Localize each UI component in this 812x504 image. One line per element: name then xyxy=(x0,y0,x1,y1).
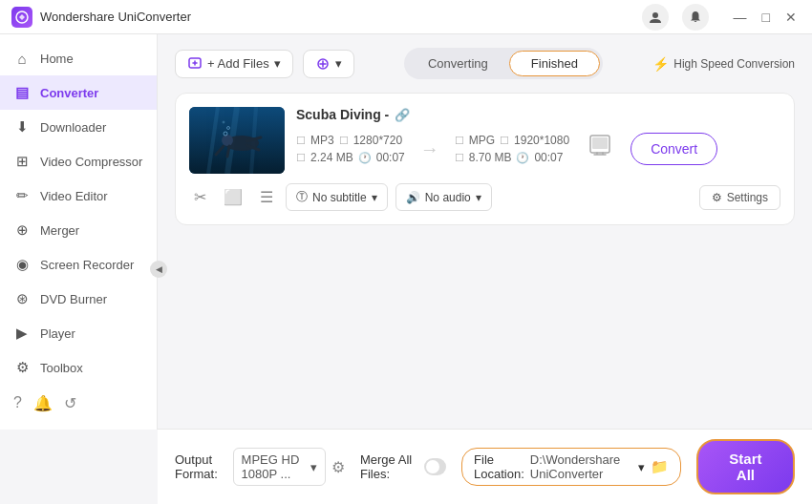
target-size: 8.70 MB xyxy=(469,151,512,164)
tab-finished[interactable]: Finished xyxy=(509,51,600,76)
source-format: MP3 xyxy=(310,134,334,147)
audio-dropdown[interactable]: 🔊 No audio ▾ xyxy=(395,183,492,211)
lightning-icon: ⚡ xyxy=(652,56,669,72)
merge-files-section: Merge All Files: xyxy=(360,452,446,481)
maximize-button[interactable]: □ xyxy=(759,8,774,27)
sidebar-label-editor: Video Editor xyxy=(40,189,108,203)
size-icon: ☐ xyxy=(296,152,306,164)
convert-button[interactable]: Convert xyxy=(630,133,717,165)
dropdown-group: Ⓣ No subtitle ▾ 🔊 No audio ▾ xyxy=(286,183,692,211)
sidebar-item-player[interactable]: ▶ Player xyxy=(0,316,157,350)
edit-link-icon[interactable]: 🔗 xyxy=(395,108,410,122)
svg-point-1 xyxy=(652,12,658,18)
sidebar: ⌂ Home ▤ Converter ⬇ Downloader ⊞ Video … xyxy=(0,34,158,430)
settings-label: Settings xyxy=(727,191,768,204)
source-format-row: ☐ MP3 ☐ 1280*720 xyxy=(296,134,405,147)
subtitle-label: No subtitle xyxy=(312,191,367,204)
bell-icon[interactable] xyxy=(682,4,709,31)
merger-icon: ⊕ xyxy=(13,221,31,239)
sidebar-item-home[interactable]: ⌂ Home xyxy=(0,42,157,75)
target-size-icon: ☐ xyxy=(455,152,464,164)
close-button[interactable]: ✕ xyxy=(781,8,801,27)
resolution-icon: ☐ xyxy=(339,135,349,147)
target-resolution: 1920*1080 xyxy=(514,134,569,147)
sidebar-label-merger: Merger xyxy=(40,223,79,238)
file-thumbnail xyxy=(189,107,285,174)
compressor-icon: ⊞ xyxy=(13,153,31,170)
sidebar-footer: ? 🔔 ↺ xyxy=(0,385,157,422)
sidebar-label-compressor: Video Compressor xyxy=(40,155,142,169)
sidebar-label-dvd: DVD Burner xyxy=(40,292,107,306)
bottom-bar: Output Format: MPEG HD 1080P ... ▾ ⚙ Mer… xyxy=(158,429,812,504)
dvd-icon: ⊛ xyxy=(13,290,31,307)
sidebar-item-dvd-burner[interactable]: ⊛ DVD Burner xyxy=(0,282,157,316)
file-actions: ✂ ⬜ ☰ Ⓣ No subtitle ▾ 🔊 No audio ▾ xyxy=(189,183,780,211)
source-size: 2.24 MB xyxy=(310,151,353,164)
sidebar-item-merger[interactable]: ⊕ Merger xyxy=(0,213,157,247)
output-format-section: Output Format: MPEG HD 1080P ... ▾ ⚙ xyxy=(175,448,345,486)
format-chevron: ▾ xyxy=(310,460,317,474)
sidebar-label-recorder: Screen Recorder xyxy=(40,258,134,272)
subtitle-dropdown[interactable]: Ⓣ No subtitle ▾ xyxy=(286,183,388,211)
output-format-select[interactable]: MPEG HD 1080P ... ▾ xyxy=(233,448,326,486)
sidebar-label-player: Player xyxy=(40,326,75,341)
title-bar-controls: — □ ✕ xyxy=(642,4,801,31)
source-resolution: 1280*720 xyxy=(353,134,402,147)
start-all-button[interactable]: Start All xyxy=(696,439,795,494)
target-specs: ☐ MPG ☐ 1920*1080 ☐ 8.70 MB 🕐 00:07 xyxy=(455,134,569,164)
add-files-button[interactable]: + Add Files ▾ xyxy=(175,50,293,78)
add-screen-button[interactable]: ▾ xyxy=(303,50,354,78)
duration-icon: 🕐 xyxy=(358,152,372,164)
notification-icon[interactable]: 🔔 xyxy=(33,394,53,412)
svg-point-6 xyxy=(222,135,233,146)
file-area: Scuba Diving - 🔗 ☐ MP3 ☐ 1280*720 xyxy=(158,93,812,429)
target-size-row: ☐ 8.70 MB 🕐 00:07 xyxy=(455,151,569,164)
recorder-icon: ◉ xyxy=(13,256,31,273)
window-controls: — □ ✕ xyxy=(730,8,801,27)
source-size-row: ☐ 2.24 MB 🕐 00:07 xyxy=(296,151,405,164)
sidebar-label-downloader: Downloader xyxy=(40,120,106,135)
audio-label: No audio xyxy=(425,191,471,204)
sidebar-label-toolbox: Toolbox xyxy=(40,361,83,375)
user-icon[interactable] xyxy=(642,4,669,31)
help-icon[interactable]: ? xyxy=(13,394,22,412)
add-files-label: + Add Files xyxy=(207,56,269,71)
sidebar-item-toolbox[interactable]: ⚙ Toolbox xyxy=(0,350,157,385)
source-specs: ☐ MP3 ☐ 1280*720 ☐ 2.24 MB 🕐 00:07 xyxy=(296,134,405,164)
device-icon-area xyxy=(577,132,623,166)
high-speed-conversion-button[interactable]: ⚡ High Speed Conversion xyxy=(652,56,795,72)
copy-icon[interactable]: ⬜ xyxy=(219,185,247,209)
sidebar-item-video-compressor[interactable]: ⊞ Video Compressor xyxy=(0,144,157,178)
file-card: Scuba Diving - 🔗 ☐ MP3 ☐ 1280*720 xyxy=(175,93,795,225)
format-icon: ☐ xyxy=(296,135,306,147)
refresh-icon[interactable]: ↺ xyxy=(64,394,76,412)
file-specs: ☐ MP3 ☐ 1280*720 ☐ 2.24 MB 🕐 00:07 xyxy=(296,132,780,166)
menu-icon[interactable]: ☰ xyxy=(255,185,278,209)
sidebar-item-converter[interactable]: ▤ Converter xyxy=(0,75,157,110)
audio-chevron: ▾ xyxy=(476,191,481,204)
subtitle-chevron: ▾ xyxy=(372,191,377,204)
sidebar-collapse-button[interactable]: ◀ xyxy=(150,261,167,278)
minimize-button[interactable]: — xyxy=(730,8,751,27)
format-settings-icon[interactable]: ⚙ xyxy=(331,458,345,476)
target-resolution-icon: ☐ xyxy=(500,135,509,147)
title-bar: Wondershare UniConverter — □ ✕ xyxy=(0,0,812,34)
app-logo xyxy=(11,7,32,28)
target-duration: 00:07 xyxy=(534,151,563,164)
sidebar-item-video-editor[interactable]: ✏ Video Editor xyxy=(0,178,157,213)
merge-files-label: Merge All Files: xyxy=(360,452,417,481)
merge-toggle[interactable] xyxy=(424,458,446,475)
sidebar-wrapper: ⌂ Home ▤ Converter ⬇ Downloader ⊞ Video … xyxy=(0,34,158,504)
sidebar-item-downloader[interactable]: ⬇ Downloader xyxy=(0,110,157,144)
editor-icon: ✏ xyxy=(13,187,31,204)
folder-icon[interactable]: 📁 xyxy=(651,458,669,475)
settings-button[interactable]: ⚙ Settings xyxy=(699,185,780,210)
subtitle-icon: Ⓣ xyxy=(296,189,308,205)
file-title: Scuba Diving - xyxy=(296,107,389,122)
tab-converting[interactable]: Converting xyxy=(407,51,509,76)
file-info: Scuba Diving - 🔗 ☐ MP3 ☐ 1280*720 xyxy=(296,107,780,166)
home-icon: ⌂ xyxy=(13,51,31,67)
sidebar-item-screen-recorder[interactable]: ◉ Screen Recorder xyxy=(0,247,157,282)
cut-icon[interactable]: ✂ xyxy=(189,185,211,209)
target-format-row: ☐ MPG ☐ 1920*1080 xyxy=(455,134,569,147)
